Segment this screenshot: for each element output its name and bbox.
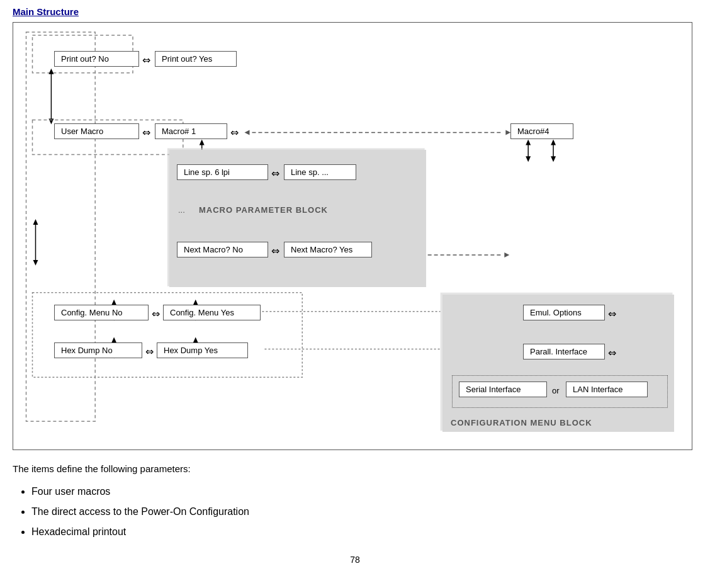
svg-marker-3 <box>48 119 54 125</box>
diagram: Print out? No ⇔ Print out? Yes User Macr… <box>13 22 692 450</box>
body-text: The items define the following parameter… <box>13 461 697 477</box>
bullet-3: Hexadecimal printout <box>31 522 697 542</box>
arrow-print: ⇔ <box>142 54 150 66</box>
arrow-hex-no: ⇔ <box>145 346 154 358</box>
or-text: or <box>552 386 560 395</box>
svg-marker-11 <box>200 139 205 145</box>
macro-block-label: MACRO PARAMETER BLOCK <box>199 205 328 215</box>
arrow-user-macro: ⇔ <box>142 127 150 139</box>
page-title: Main Structure <box>13 6 697 17</box>
next-macro-no-box: Next Macro? No <box>177 242 268 257</box>
config-menu-no-box: Config. Menu No <box>54 305 149 320</box>
print-out-yes-box: Print out? Yes <box>155 51 237 67</box>
user-macro-box: User Macro <box>54 123 139 139</box>
emul-options-box: Emul. Options <box>523 305 605 320</box>
svg-marker-7 <box>245 130 250 135</box>
arrow-linesp: ⇔ <box>271 167 279 179</box>
svg-marker-25 <box>526 156 531 162</box>
macro4-box: Macro#4 <box>510 123 573 139</box>
svg-marker-26 <box>526 139 531 145</box>
serial-interface-box: Serial Interface <box>459 382 547 397</box>
arrow-next-macro-no: ⇔ <box>271 245 279 257</box>
hex-dump-no-box: Hex Dump No <box>54 342 142 358</box>
page-number: 78 <box>13 555 697 565</box>
line-sp-dots-box: Line sp. ... <box>284 164 356 180</box>
config-menu-yes-box: Config. Menu Yes <box>163 305 261 320</box>
bullet-list: Four user macros The direct access to th… <box>31 482 697 542</box>
svg-rect-0 <box>26 32 96 421</box>
print-out-no-box: Print out? No <box>54 51 139 67</box>
svg-marker-23 <box>504 252 509 257</box>
macro1-box: Macro# 1 <box>155 123 227 139</box>
parall-interface-box: Parall. Interface <box>523 344 605 359</box>
config-block-label: CONFIGURATION MENU BLOCK <box>451 418 592 427</box>
lan-interface-box: LAN Interface <box>566 382 648 397</box>
svg-marker-28 <box>551 156 556 162</box>
svg-marker-32 <box>33 260 38 266</box>
next-macro-yes-box: Next Macro? Yes <box>284 242 372 257</box>
svg-marker-29 <box>551 139 556 145</box>
arrow-macro1: ⇔ <box>230 127 239 139</box>
svg-marker-31 <box>33 219 38 225</box>
bullet-1: Four user macros <box>31 482 697 502</box>
line-sp-6lpi-box: Line sp. 6 lpi <box>177 164 268 180</box>
svg-marker-4 <box>48 69 54 74</box>
bullet-2: The direct access to the Power-On Config… <box>31 502 697 522</box>
dots-label: ... <box>178 205 185 215</box>
arrow-config-no: ⇔ <box>152 308 160 320</box>
arrow-emul: ⇔ <box>608 308 616 320</box>
arrow-parall: ⇔ <box>608 347 616 359</box>
hex-dump-yes-box: Hex Dump Yes <box>157 342 248 358</box>
